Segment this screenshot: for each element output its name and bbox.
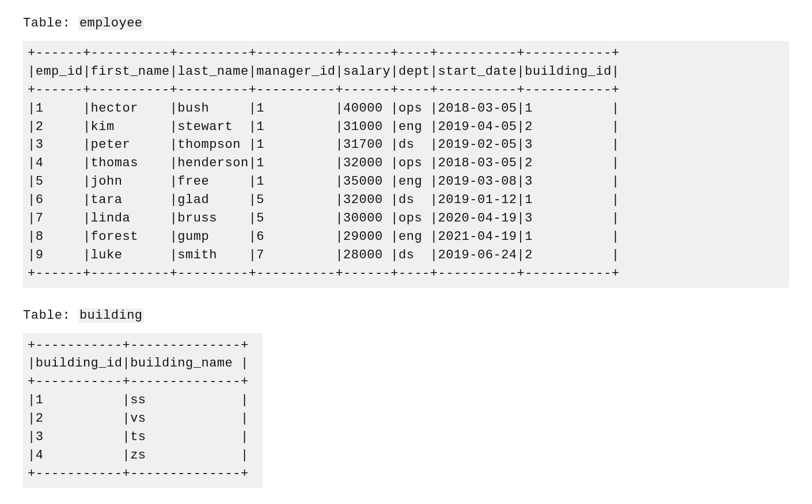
title-prefix: Table: — [23, 308, 78, 323]
title-prefix: Table: — [23, 16, 78, 30]
building-section: Table: building +-----------+-----------… — [23, 308, 789, 488]
building-table: +-----------+--------------+ |building_i… — [23, 333, 263, 488]
title-name: building — [78, 308, 144, 323]
employee-table: +------+----------+---------+----------+… — [23, 41, 789, 288]
title-name: employee — [78, 16, 144, 30]
page: Table: employee +------+----------+-----… — [0, 0, 812, 504]
building-table-title: Table: building — [23, 308, 789, 323]
employee-table-title: Table: employee — [23, 16, 789, 30]
